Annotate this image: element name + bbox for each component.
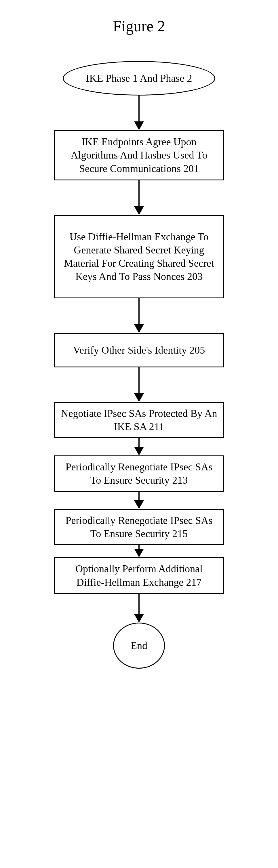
arrow: [134, 298, 144, 333]
arrow: [134, 492, 144, 509]
arrow-shaft: [138, 438, 140, 447]
arrow-head-icon: [134, 549, 144, 557]
arrow-head-icon: [134, 614, 144, 623]
arrow-shaft: [138, 298, 140, 324]
arrow-head-icon: [134, 447, 144, 456]
arrow: [134, 180, 144, 215]
process-step-211: Negotiate IPsec SAs Protected By An IKE …: [54, 402, 224, 438]
process-step-201: IKE Endpoints Agree Upon Algorithms And …: [54, 130, 224, 180]
figure-page: Figure 2 IKE Phase 1 And Phase 2 IKE End…: [0, 0, 278, 868]
process-text: IKE Endpoints Agree Upon Algorithms And …: [61, 135, 217, 175]
process-text: Periodically Renegotiate IPsec SAs To En…: [61, 514, 217, 540]
process-text: Optionally Perform Additional Diffie-Hel…: [61, 562, 217, 589]
process-step-203: Use Diffie-Hellman Exchange To Generate …: [54, 215, 224, 298]
terminator-end-label: End: [131, 639, 147, 652]
arrow: [134, 367, 144, 402]
terminator-start: IKE Phase 1 And Phase 2: [63, 61, 215, 95]
arrow: [134, 95, 144, 130]
arrow-shaft: [138, 545, 140, 549]
process-step-213: Periodically Renegotiate IPsec SAs To En…: [54, 456, 224, 492]
process-text: Verify Other Side's Identity 205: [73, 343, 205, 357]
terminator-start-label: IKE Phase 1 And Phase 2: [86, 72, 192, 85]
arrow-head-icon: [134, 500, 144, 509]
arrow-shaft: [138, 367, 140, 393]
arrow-shaft: [138, 95, 140, 121]
figure-title: Figure 2: [0, 17, 278, 35]
process-text: Periodically Renegotiate IPsec SAs To En…: [61, 460, 217, 487]
arrow-head-icon: [134, 324, 144, 333]
terminator-end: End: [113, 623, 165, 669]
process-step-205: Verify Other Side's Identity 205: [54, 333, 224, 367]
arrow-shaft: [138, 594, 140, 614]
process-step-217: Optionally Perform Additional Diffie-Hel…: [54, 557, 224, 593]
arrow-shaft: [138, 180, 140, 206]
arrow-head-icon: [134, 121, 144, 130]
flowchart: IKE Phase 1 And Phase 2 IKE Endpoints Ag…: [0, 61, 278, 669]
arrow-head-icon: [134, 393, 144, 402]
arrow-head-icon: [134, 206, 144, 215]
arrow: [134, 438, 144, 456]
arrow: [134, 594, 144, 623]
process-text: Negotiate IPsec SAs Protected By An IKE …: [61, 407, 217, 433]
arrow-shaft: [138, 492, 140, 500]
arrow: [134, 545, 144, 557]
process-text: Use Diffie-Hellman Exchange To Generate …: [61, 230, 217, 283]
process-step-215: Periodically Renegotiate IPsec SAs To En…: [54, 509, 224, 545]
